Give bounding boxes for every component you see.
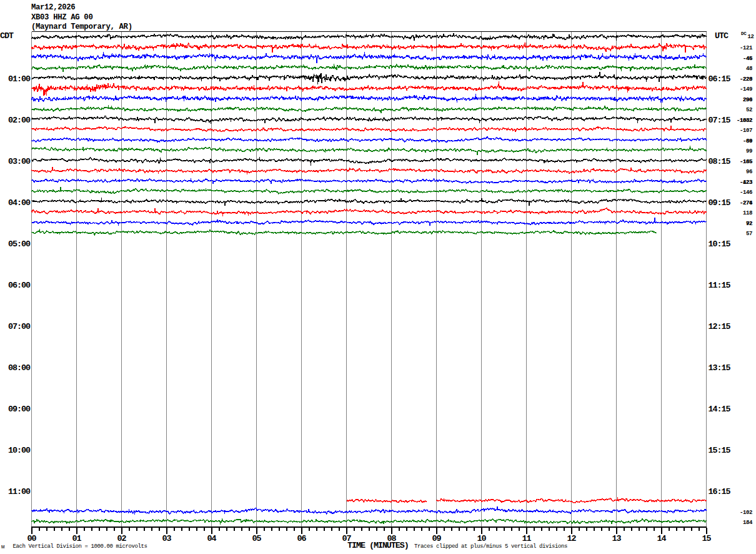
svg-text:09: 09: [432, 534, 442, 543]
svg-text:10:00: 10:00: [8, 446, 31, 455]
svg-text:-423: -423: [740, 179, 752, 186]
svg-text:14: 14: [657, 534, 667, 543]
svg-text:07:15: 07:15: [709, 116, 731, 125]
svg-text:12: 12: [567, 534, 577, 543]
svg-text:UTC: UTC: [715, 31, 729, 41]
svg-text:-121: -121: [740, 45, 753, 51]
svg-text:13: 13: [612, 534, 622, 543]
svg-text:12: 12: [748, 34, 754, 40]
svg-text:01: 01: [72, 534, 82, 543]
svg-text:15: 15: [702, 534, 712, 543]
svg-text:-228: -228: [740, 76, 752, 83]
svg-text:296: 296: [743, 97, 752, 103]
svg-text:10:15: 10:15: [709, 239, 731, 249]
svg-text:Each Vertical Division = 1000.: Each Vertical Division = 1000.00 microvo…: [13, 543, 147, 550]
svg-text:11: 11: [522, 534, 532, 543]
svg-text:04: 04: [207, 534, 217, 543]
svg-text:-107: -107: [740, 128, 752, 134]
svg-text:TIME (MINUTES): TIME (MINUTES): [347, 541, 409, 550]
svg-text:DC: DC: [741, 31, 747, 36]
svg-text:-46: -46: [743, 56, 752, 62]
svg-text:15:15: 15:15: [709, 446, 731, 455]
svg-text:13:15: 13:15: [709, 363, 731, 373]
svg-text:08:15: 08:15: [709, 157, 731, 166]
svg-text:72: 72: [746, 221, 752, 227]
svg-text:-1882: -1882: [737, 118, 752, 124]
svg-text:99: 99: [746, 148, 752, 154]
svg-text:00: 00: [27, 534, 37, 543]
svg-text:118: 118: [743, 210, 752, 216]
svg-text:(Maynard Temporary, AR): (Maynard Temporary, AR): [31, 23, 132, 31]
svg-text:04:00: 04:00: [8, 198, 31, 208]
svg-text:CDT: CDT: [0, 31, 14, 41]
svg-text:52: 52: [746, 107, 752, 113]
svg-text:09:00: 09:00: [8, 405, 31, 414]
svg-text:11:00: 11:00: [8, 487, 31, 496]
svg-text:-149: -149: [740, 86, 752, 93]
svg-text:96: 96: [746, 169, 752, 175]
svg-text:184: 184: [743, 520, 753, 526]
svg-text:02: 02: [117, 534, 127, 543]
svg-text:Traces clipped at plus/minus 5: Traces clipped at plus/minus 5 vertical …: [414, 543, 567, 550]
svg-text:-185: -185: [740, 159, 752, 165]
svg-text:Mar12,2026: Mar12,2026: [31, 3, 75, 12]
svg-text:02:00: 02:00: [8, 116, 31, 125]
svg-text:06:00: 06:00: [8, 281, 31, 290]
svg-text:06: 06: [297, 534, 307, 543]
svg-text:-146: -146: [740, 189, 752, 196]
svg-text:09:15: 09:15: [709, 198, 731, 208]
svg-text:-276: -276: [740, 200, 752, 206]
svg-text:05: 05: [252, 534, 262, 543]
svg-text:57: 57: [746, 231, 752, 237]
svg-text:-102: -102: [740, 510, 752, 516]
svg-text:м: м: [1, 544, 4, 550]
svg-text:05:00: 05:00: [8, 239, 31, 249]
svg-text:11:15: 11:15: [709, 281, 731, 290]
svg-text:14:15: 14:15: [709, 405, 731, 414]
svg-text:06:15: 06:15: [709, 74, 731, 84]
svg-text:10: 10: [477, 534, 487, 543]
svg-text:03:00: 03:00: [8, 157, 31, 166]
svg-text:03: 03: [162, 534, 172, 543]
svg-text:08:00: 08:00: [8, 363, 31, 373]
svg-text:-89: -89: [743, 138, 752, 144]
svg-text:12:15: 12:15: [709, 322, 731, 331]
svg-text:07:00: 07:00: [8, 322, 31, 331]
svg-text:16:15: 16:15: [709, 487, 731, 496]
svg-text:01:00: 01:00: [8, 74, 31, 84]
svg-text:48: 48: [746, 66, 752, 72]
svg-text:XB03 HHZ AG 00: XB03 HHZ AG 00: [31, 13, 92, 22]
